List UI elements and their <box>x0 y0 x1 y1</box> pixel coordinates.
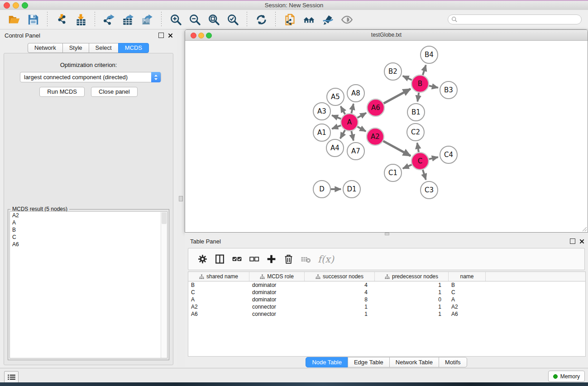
column-header-shared-name[interactable]: shared name <box>188 272 249 281</box>
table-cell[interactable]: connector <box>249 311 305 317</box>
tab-style[interactable]: Style <box>62 43 89 53</box>
graph-edge-B-B3[interactable] <box>429 86 438 87</box>
column-header-successor-nodes[interactable]: successor nodes <box>305 272 375 281</box>
vertical-splitter-handle[interactable] <box>179 196 183 201</box>
result-list-item[interactable]: B <box>10 226 167 234</box>
refresh-icon[interactable] <box>254 12 268 27</box>
hide-details-icon[interactable] <box>320 12 335 27</box>
network-window-titlebar[interactable]: testGlobe.txt <box>185 30 588 41</box>
graph-node-A7[interactable]: A7 <box>347 143 364 160</box>
graph-node-A3[interactable]: A3 <box>313 103 330 120</box>
graph-node-C2[interactable]: C2 <box>407 124 424 141</box>
result-list-item[interactable]: A2 <box>10 212 167 219</box>
table-cell[interactable]: A <box>449 296 486 303</box>
import-table-icon[interactable] <box>73 12 88 27</box>
graph-node-A[interactable]: A <box>341 114 358 131</box>
settings-icon[interactable] <box>196 253 209 266</box>
tab-motifs[interactable]: Motifs <box>439 357 467 367</box>
tab-select[interactable]: Select <box>89 43 119 53</box>
graph-edge-A-A7[interactable] <box>351 131 354 141</box>
graph-node-D1[interactable]: D1 <box>343 181 360 198</box>
table-row[interactable]: Cdominator41C <box>188 289 585 296</box>
graph-node-A6[interactable]: A6 <box>367 99 384 116</box>
table-cell[interactable]: C <box>449 289 486 295</box>
zoom-out-icon[interactable] <box>187 12 202 27</box>
table-cell[interactable]: A2 <box>449 304 486 310</box>
graph-edge-A-A6[interactable] <box>358 113 366 118</box>
table-row[interactable]: A2connector11A2 <box>188 303 585 310</box>
export-table-icon[interactable] <box>121 12 135 27</box>
graph-edge-B-B4[interactable] <box>423 65 426 75</box>
home-icon[interactable] <box>301 12 316 27</box>
table-cell[interactable]: 4 <box>305 289 375 295</box>
table-cell[interactable]: 1 <box>305 304 375 310</box>
table-cell[interactable]: 1 <box>375 289 449 295</box>
table-cell[interactable]: 4 <box>305 282 375 288</box>
criterion-dropdown[interactable]: largest connected component (directed) <box>20 72 161 82</box>
tab-edge-table[interactable]: Edge Table <box>348 357 390 367</box>
table-cell[interactable]: dominator <box>249 296 305 303</box>
graph-edge-B-B2[interactable] <box>403 76 412 80</box>
table-row[interactable]: A6connector11A6 <box>188 310 585 318</box>
mcds-result-list[interactable]: A2ABCA6 <box>10 211 167 358</box>
table-cell[interactable]: B <box>449 282 486 288</box>
graph-edge-A-A4[interactable] <box>340 130 345 138</box>
column-header-predecessor-nodes[interactable]: predecessor nodes <box>375 272 449 281</box>
result-list-item[interactable]: A6 <box>10 241 167 248</box>
tab-node-table[interactable]: Node Table <box>306 357 348 367</box>
table-cell[interactable]: C <box>188 289 249 295</box>
table-cell[interactable]: B <box>188 282 249 288</box>
table-cell[interactable]: 1 <box>375 311 449 317</box>
save-session-icon[interactable] <box>26 12 40 27</box>
tab-network-table[interactable]: Network Table <box>389 357 439 367</box>
graph-edge-A-A3[interactable] <box>332 115 341 119</box>
result-list-item[interactable]: C <box>10 234 167 241</box>
add-column-icon[interactable] <box>264 253 278 266</box>
graph-node-C1[interactable]: C1 <box>384 164 402 181</box>
graph-node-B[interactable]: B <box>411 75 429 92</box>
table-cell[interactable]: 1 <box>375 282 449 288</box>
show-details-icon[interactable] <box>339 12 354 27</box>
open-file-icon[interactable] <box>7 12 21 27</box>
graph-node-B4[interactable]: B4 <box>421 46 438 63</box>
graph-node-C3[interactable]: C3 <box>421 181 438 199</box>
vertical-splitter[interactable] <box>177 29 185 368</box>
close-panel-icon[interactable] <box>168 33 173 38</box>
run-mcds-button[interactable]: Run MCDS <box>39 87 85 97</box>
graph-node-A8[interactable]: A8 <box>347 85 364 102</box>
graph-node-A2[interactable]: A2 <box>367 128 384 145</box>
tab-network[interactable]: Network <box>28 43 63 53</box>
task-history-button[interactable] <box>4 371 19 383</box>
result-list-item[interactable]: A <box>10 219 167 226</box>
graph-node-C4[interactable]: C4 <box>440 146 457 163</box>
graph-edge-A-A8[interactable] <box>351 104 354 113</box>
column-header-MCDS-role[interactable]: MCDS role <box>249 272 305 281</box>
export-image-icon[interactable] <box>140 12 154 27</box>
close-table-panel-icon[interactable] <box>579 239 584 244</box>
graph-edge-A-A1[interactable] <box>332 125 341 129</box>
graph-node-A5[interactable]: A5 <box>327 88 344 105</box>
result-scrollbar[interactable] <box>161 212 167 358</box>
table-cell[interactable]: A6 <box>188 311 249 317</box>
graph-node-B1[interactable]: B1 <box>407 104 425 121</box>
float-panel-icon[interactable] <box>158 33 164 38</box>
table-cell[interactable]: 8 <box>305 296 375 303</box>
graph-edge-B-B1[interactable] <box>417 93 419 101</box>
graph-edge-A-A2[interactable] <box>357 127 366 131</box>
zoom-selected-icon[interactable] <box>225 12 240 27</box>
graph-edge-A6-B[interactable] <box>384 89 411 103</box>
table-cell[interactable]: connector <box>249 304 305 310</box>
table-row[interactable]: Bdominator41B <box>188 281 585 289</box>
graph-edge-A-A5[interactable] <box>341 106 345 114</box>
table-cell[interactable]: dominator <box>249 282 305 288</box>
graph-node-A4[interactable]: A4 <box>326 139 344 157</box>
table-cell[interactable]: dominator <box>249 289 305 295</box>
graph-edge-C-C1[interactable] <box>403 165 412 169</box>
zoom-fit-icon[interactable] <box>206 12 221 27</box>
network-canvas[interactable]: B4B2BB3A8A5A6B1A3AC2A1A2A4A7C4CC1C3DD1 <box>185 41 588 232</box>
graph-edge-C-C2[interactable] <box>417 143 419 152</box>
split-view-icon[interactable] <box>213 253 226 266</box>
graph-edge-C-C4[interactable] <box>429 157 438 159</box>
table-cell[interactable]: A6 <box>449 311 486 317</box>
table-cell[interactable]: 1 <box>375 304 449 310</box>
